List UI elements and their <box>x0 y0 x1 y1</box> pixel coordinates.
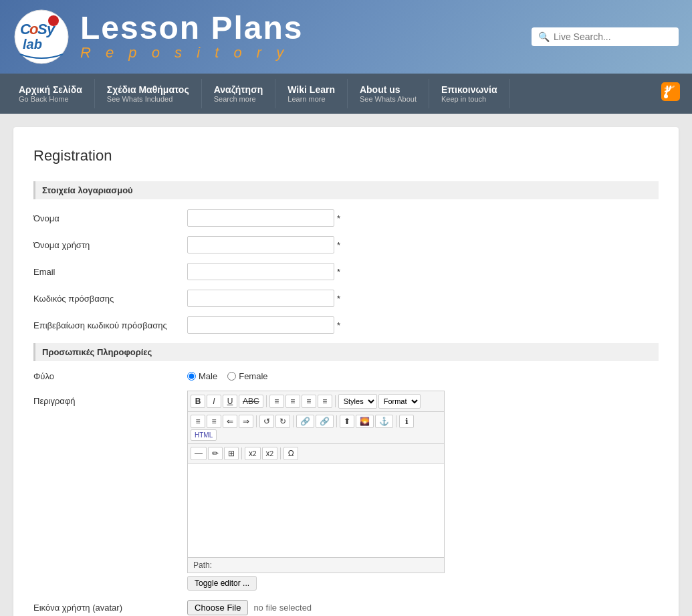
logo-area: C o S y lab Lesson Plans R e p o s i t o… <box>13 9 303 66</box>
html-button[interactable]: HTML <box>191 429 217 441</box>
gender-female-radio[interactable] <box>227 372 236 381</box>
gender-label: Φύλο <box>33 371 187 381</box>
gender-male-radio[interactable] <box>187 372 196 381</box>
search-area[interactable]: 🔍 <box>532 27 679 46</box>
format-select[interactable]: Format <box>378 394 421 409</box>
svg-text:S: S <box>37 21 47 37</box>
editor-toolbar-row2: ≡ ≡ ⇐ ⇒ ↺ ↻ 🔗 🔗 ⬆ 🌄 ⚓ ℹ HTML <box>188 412 444 444</box>
gender-female-label: Female <box>239 371 267 381</box>
description-row: Περιγραφή B I U ABC ≡ ≡ ≡ ≡ Styles <box>33 391 659 591</box>
special-char-button[interactable]: Ω <box>283 447 298 460</box>
search-icon: 🔍 <box>538 31 550 42</box>
email-label: Email <box>33 267 187 277</box>
insert-button[interactable]: ⬆ <box>340 415 354 428</box>
username-row: Όνομα χρήστη * <box>33 236 659 253</box>
separator-4 <box>293 415 294 427</box>
password-label: Κωδικός πρόσβασης <box>33 294 187 304</box>
main-nav: Αρχική Σελίδα Go Back Home Σχέδια Μαθήμα… <box>0 74 692 114</box>
password-required: * <box>337 294 340 304</box>
superscript-button[interactable]: x2 <box>262 447 278 460</box>
link-button[interactable]: 🔗 <box>296 415 314 428</box>
username-required: * <box>337 240 340 250</box>
section-account: Στοιχεία λογαριασμού <box>33 181 659 199</box>
confirm-password-input[interactable] <box>187 316 334 334</box>
separator-3 <box>256 415 257 427</box>
separator-7 <box>241 447 242 459</box>
main-content: Registration Στοιχεία λογαριασμού Όνομα … <box>13 127 679 616</box>
search-box[interactable]: 🔍 <box>532 27 679 46</box>
undo-button[interactable]: ↺ <box>259 415 274 428</box>
username-input[interactable] <box>187 236 334 253</box>
unlink-button[interactable]: 🔗 <box>316 415 334 428</box>
site-subtitle: R e p o s i t o r y <box>80 44 303 62</box>
gender-female-option[interactable]: Female <box>227 371 267 381</box>
name-input[interactable] <box>187 209 334 227</box>
email-required: * <box>337 267 340 277</box>
italic-button[interactable]: I <box>207 395 221 408</box>
search-input[interactable] <box>554 31 672 42</box>
choose-file-button[interactable]: Choose File <box>187 600 248 615</box>
avatar-row: Εικόνα χρήστη (avatar) Choose File no fi… <box>33 600 659 615</box>
svg-point-5 <box>48 15 59 26</box>
align-center-button[interactable]: ≡ <box>285 395 300 408</box>
separator-6 <box>396 415 396 427</box>
rich-text-editor: B I U ABC ≡ ≡ ≡ ≡ Styles Format <box>187 391 445 573</box>
nav-contact[interactable]: Επικοινωνία Keep in touch <box>429 79 510 108</box>
anchor-button[interactable]: ⚓ <box>375 415 393 428</box>
name-row: Όνομα * <box>33 209 659 227</box>
logo-text: Lesson Plans R e p o s i t o r y <box>80 12 303 62</box>
editor-body[interactable] <box>188 464 444 557</box>
underline-button[interactable]: U <box>223 395 237 408</box>
strikethrough-button[interactable]: ABC <box>239 395 263 408</box>
align-right-button[interactable]: ≡ <box>302 395 316 408</box>
section-personal: Προσωπικές Πληροφορίες <box>33 343 659 361</box>
username-label: Όνομα χρήστη <box>33 240 187 250</box>
gender-male-option[interactable]: Male <box>187 371 217 381</box>
help-button[interactable]: ℹ <box>399 415 414 428</box>
email-input[interactable] <box>187 263 334 280</box>
image-button[interactable]: 🌄 <box>356 415 374 428</box>
nav-about[interactable]: About us See Whats About <box>348 79 429 108</box>
nav-search[interactable]: Αναζήτηση Search more <box>202 79 276 108</box>
confirm-password-row: Επιβεβαίωση κωδικού πρόσβασης * <box>33 316 659 334</box>
rss-icon[interactable] <box>656 77 685 110</box>
nav-wiki-learn[interactable]: Wiki Learn Learn more <box>275 79 348 108</box>
confirm-password-label: Επιβεβαίωση κωδικού πρόσβασης <box>33 320 187 330</box>
password-input[interactable] <box>187 290 334 307</box>
svg-rect-7 <box>661 82 680 101</box>
separator-5 <box>336 415 337 427</box>
header: C o S y lab Lesson Plans R e p o s i t o… <box>0 0 692 74</box>
align-justify-button[interactable]: ≡ <box>318 395 332 408</box>
table-button[interactable]: ⊞ <box>224 447 239 460</box>
ordered-list-button[interactable]: ≡ <box>207 415 221 428</box>
name-label: Όνομα <box>33 213 187 223</box>
path-label: Path: <box>193 560 212 570</box>
unordered-list-button[interactable]: ≡ <box>191 415 205 428</box>
editor-footer: Path: <box>188 557 444 573</box>
bold-button[interactable]: B <box>191 395 205 408</box>
edit-button[interactable]: ✏ <box>208 447 223 460</box>
align-left-button[interactable]: ≡ <box>269 395 284 408</box>
styles-select[interactable]: Styles <box>338 394 377 409</box>
editor-toolbar: B I U ABC ≡ ≡ ≡ ≡ Styles Format <box>188 391 444 412</box>
avatar-label: Εικόνα χρήστη (avatar) <box>33 603 187 613</box>
redo-button[interactable]: ↻ <box>275 415 290 428</box>
separator-2 <box>335 395 336 407</box>
indent-button[interactable]: ⇒ <box>239 415 253 428</box>
nav-lesson-plans[interactable]: Σχέδια Μαθήματος See Whats Included <box>95 79 202 108</box>
logo-icon: C o S y lab <box>13 9 70 66</box>
page-title: Registration <box>33 147 659 165</box>
nav-home[interactable]: Αρχική Σελίδα Go Back Home <box>7 79 95 108</box>
nav-items: Αρχική Σελίδα Go Back Home Σχέδια Μαθήμα… <box>7 79 656 108</box>
email-row: Email * <box>33 263 659 280</box>
description-label: Περιγραφή <box>33 391 187 406</box>
hr-button[interactable]: — <box>191 447 207 460</box>
outdent-button[interactable]: ⇐ <box>223 415 237 428</box>
svg-text:lab: lab <box>23 37 42 52</box>
name-required: * <box>337 213 340 223</box>
subscript-button[interactable]: x2 <box>245 447 261 460</box>
gender-male-label: Male <box>199 371 217 381</box>
confirm-password-required: * <box>337 320 340 330</box>
toggle-editor-button[interactable]: Toggle editor ... <box>187 576 257 591</box>
no-file-selected: no file selected <box>253 603 312 613</box>
